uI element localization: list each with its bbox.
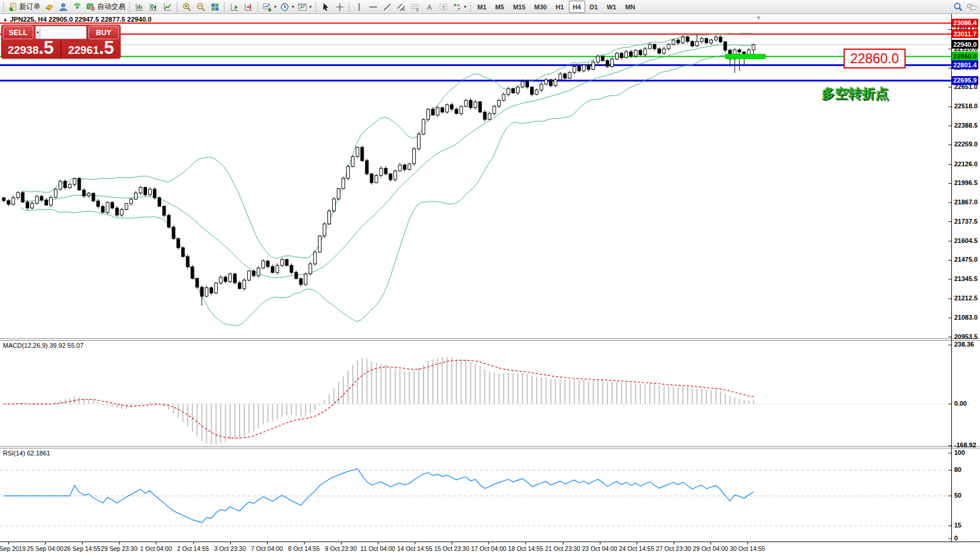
trendline-button[interactable] bbox=[380, 1, 394, 13]
text-icon: A bbox=[425, 2, 434, 12]
auto-scroll-button[interactable] bbox=[227, 1, 241, 13]
macd-pane[interactable] bbox=[0, 341, 951, 446]
timeframe-button-h1[interactable]: H1 bbox=[551, 1, 568, 13]
cursor-button[interactable] bbox=[319, 1, 333, 13]
time-axis-label: 14 Oct 14:55 bbox=[397, 545, 432, 552]
mt4-window: { "toolbar": { "new_order_label": "新订单",… bbox=[0, 0, 980, 555]
text-label-button[interactable]: T bbox=[436, 1, 450, 13]
time-axis-label: 21 Oct 23:30 bbox=[545, 545, 580, 552]
time-axis-label: 23 Sep 2019 bbox=[0, 545, 26, 552]
price-axis-line bbox=[951, 14, 952, 542]
time-axis-label: 27 Oct 23:30 bbox=[656, 545, 691, 552]
timeframe-button-m15[interactable]: M15 bbox=[509, 1, 530, 13]
sell-price-main: 22938 bbox=[8, 44, 39, 57]
new-chart-button[interactable]: ▾ bbox=[261, 1, 278, 13]
periods-button[interactable]: ▾ bbox=[278, 1, 296, 13]
time-axis-label: 9 Oct 23:30 bbox=[325, 545, 357, 552]
axis-tick-label: 21737.5 bbox=[954, 218, 978, 225]
time-axis-tick bbox=[489, 542, 489, 544]
candlestick-chart-button[interactable] bbox=[146, 1, 161, 13]
toolbar-grip[interactable] bbox=[469, 2, 472, 12]
macd-indicator-label: MACD(12,26,9) 39.92 55.07 bbox=[3, 342, 84, 349]
axis-tick-label: 22388.5 bbox=[954, 122, 978, 129]
auto-trading-button[interactable]: 自动交易 bbox=[84, 1, 127, 13]
text-label-icon: T bbox=[439, 2, 448, 12]
chat-button[interactable] bbox=[965, 1, 979, 13]
horizontal-line-button[interactable] bbox=[366, 1, 380, 13]
toolbar-grip[interactable] bbox=[223, 2, 226, 12]
time-axis-label: 17 Oct 04:00 bbox=[471, 545, 506, 552]
trade-panel-prices: 22938.5 22961.5 bbox=[1, 40, 121, 59]
time-axis-tick bbox=[8, 542, 9, 544]
rsi-pane[interactable] bbox=[0, 448, 951, 542]
time-axis-tick bbox=[674, 542, 674, 544]
axis-tick-label: 22126.0 bbox=[954, 160, 978, 167]
vertical-line-button[interactable] bbox=[352, 1, 366, 13]
price-axis-box-label: 23011.7 bbox=[952, 29, 978, 38]
timeframe-button-w1[interactable]: W1 bbox=[603, 1, 621, 13]
price-annotation-box[interactable]: 22860.0 bbox=[844, 49, 906, 68]
signals-button[interactable] bbox=[70, 1, 84, 13]
axis-tick-label: 21475.0 bbox=[954, 256, 978, 263]
toolbar-grip[interactable] bbox=[257, 2, 259, 12]
timeframe-button-mn[interactable]: MN bbox=[621, 1, 639, 13]
new-order-button[interactable]: 新订单 bbox=[6, 1, 42, 13]
axis-tick-label: 80 bbox=[954, 466, 961, 473]
templates-button[interactable]: ▾ bbox=[296, 1, 313, 13]
turning-point-annotation[interactable]: 多空转折点 bbox=[821, 84, 889, 102]
time-axis-tick bbox=[600, 542, 600, 544]
crosshair-button[interactable] bbox=[333, 1, 347, 13]
timeframe-button-m5[interactable]: M5 bbox=[491, 1, 508, 13]
auto-scroll-icon bbox=[230, 2, 239, 12]
search-icon bbox=[953, 2, 963, 12]
axis-tick-label: 21083.0 bbox=[954, 314, 978, 321]
new-order-icon bbox=[8, 2, 18, 12]
time-axis-tick bbox=[119, 542, 119, 544]
toolbar-grip[interactable] bbox=[2, 2, 5, 12]
volume-input[interactable] bbox=[40, 26, 87, 39]
zoom-in-icon bbox=[182, 2, 192, 12]
collapse-triangle-icon[interactable]: ▲ bbox=[3, 17, 8, 22]
tile-windows-icon bbox=[210, 2, 220, 12]
line-chart-button[interactable] bbox=[161, 1, 175, 13]
tile-windows-button[interactable] bbox=[208, 1, 222, 13]
deposit-button[interactable] bbox=[42, 1, 56, 13]
time-axis-label: 8 Oct 14:55 bbox=[288, 545, 320, 552]
text-button[interactable]: A bbox=[422, 1, 436, 13]
auto-trading-icon bbox=[86, 2, 95, 12]
sell-button[interactable]: SELL bbox=[3, 26, 33, 39]
chart-shift-button[interactable] bbox=[241, 1, 255, 13]
timeframe-button-d1[interactable]: D1 bbox=[586, 1, 602, 13]
zoom-out-button[interactable] bbox=[194, 1, 208, 13]
price-axis-box-label: 22860.0 bbox=[952, 52, 978, 60]
arrows-button[interactable]: ▾ bbox=[450, 1, 468, 13]
bar-chart-button[interactable] bbox=[132, 1, 146, 13]
time-axis-label: 18 Oct 14:55 bbox=[508, 545, 543, 552]
time-axis-label: 30 Oct 14:55 bbox=[730, 545, 765, 552]
toolbar-grip[interactable] bbox=[315, 2, 317, 12]
sell-price[interactable]: 22938.5 bbox=[1, 40, 60, 59]
timeframe-button-m1[interactable]: M1 bbox=[473, 1, 490, 13]
timeframe-button-h4[interactable]: H4 bbox=[569, 1, 585, 13]
toolbar-grip[interactable] bbox=[128, 2, 131, 12]
volume-decrease-button[interactable]: ▼ bbox=[36, 26, 40, 39]
crosshair-icon bbox=[335, 2, 344, 12]
toolbar-grip[interactable] bbox=[176, 2, 179, 12]
chart-title-text: JPN225, H4 22905.0 22947.5 22877.5 22940… bbox=[10, 16, 152, 23]
equidistant-channel-button[interactable]: E bbox=[394, 1, 408, 13]
time-axis-label: 24 Oct 14:55 bbox=[619, 545, 654, 552]
time-axis-tick bbox=[747, 542, 748, 544]
buy-price[interactable]: 22961.5 bbox=[62, 40, 121, 59]
svg-text:E: E bbox=[402, 8, 405, 11]
zoom-in-button[interactable] bbox=[180, 1, 194, 13]
search-button[interactable] bbox=[951, 1, 965, 13]
fibonacci-button[interactable]: F bbox=[408, 1, 422, 13]
toolbar-grip[interactable] bbox=[348, 2, 351, 12]
timeframe-button-m30[interactable]: M30 bbox=[530, 1, 551, 13]
community-button[interactable] bbox=[56, 1, 70, 13]
time-axis-label: 29 Oct 04:00 bbox=[693, 545, 728, 552]
main-chart-pane[interactable] bbox=[0, 14, 951, 338]
clock-icon bbox=[280, 2, 289, 12]
axis-tick-label: 20953.5 bbox=[954, 333, 978, 340]
chart-shift-marker-icon[interactable]: ▼ bbox=[756, 15, 762, 21]
